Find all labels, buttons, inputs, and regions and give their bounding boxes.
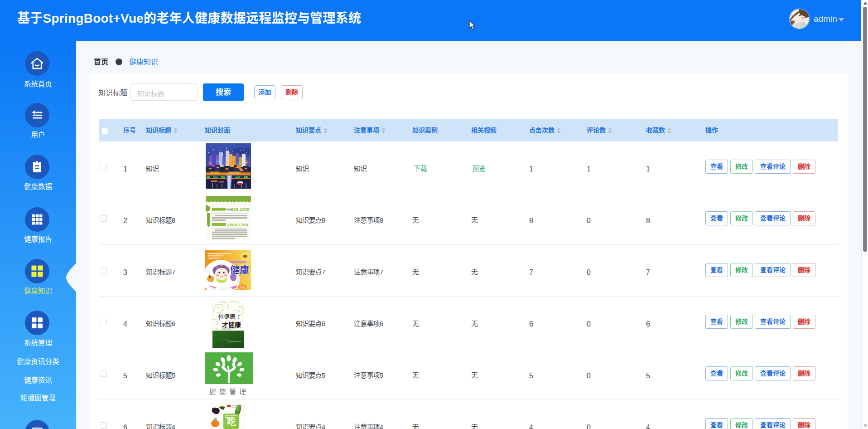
svg-text:主编 王编 主审: 主编 王编 主审 — [221, 327, 236, 330]
svg-text:健康管理: 健康管理 — [209, 386, 249, 396]
svg-text:800-1000: 800-1000 — [231, 207, 249, 212]
svg-text:1500-1700: 1500-1700 — [227, 222, 248, 227]
svg-text:吃: 吃 — [227, 415, 236, 428]
svg-text:大联: 大联 — [239, 285, 245, 289]
